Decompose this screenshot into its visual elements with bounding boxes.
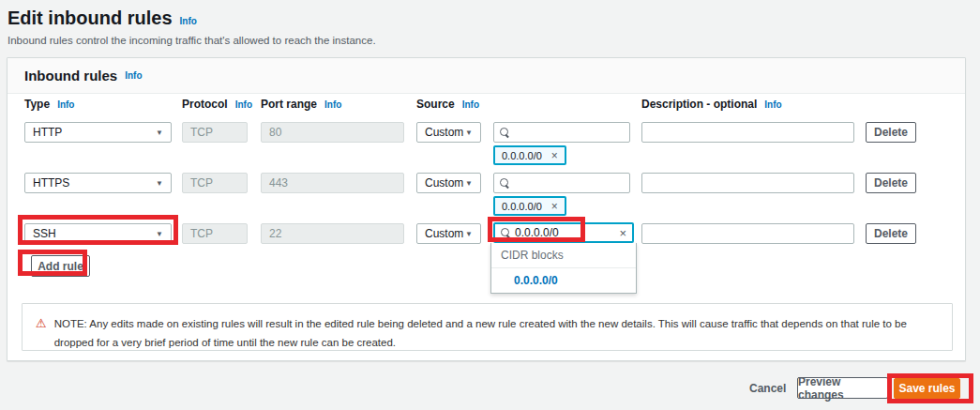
- remove-tag-icon[interactable]: ×: [551, 201, 558, 212]
- protocol-field-row3: TCP: [182, 223, 248, 244]
- dropdown-option-cidr[interactable]: 0.0.0.0/0: [491, 268, 636, 293]
- type-info-link[interactable]: Info: [57, 99, 74, 110]
- source-info-link[interactable]: Info: [462, 99, 479, 110]
- save-rules-button[interactable]: Save rules: [894, 378, 960, 399]
- protocol-info-link[interactable]: Info: [235, 99, 252, 110]
- column-header-port-range: Port rangeInfo: [261, 98, 341, 111]
- page-title: Edit inbound rules: [8, 8, 173, 29]
- panel-title: Inbound rules: [24, 68, 117, 84]
- port-range-field-row3: 22: [261, 223, 404, 244]
- chevron-down-icon: ▼: [156, 129, 163, 137]
- delete-rule-button-row3[interactable]: Delete: [866, 223, 916, 244]
- type-select-http[interactable]: HTTP ▼: [24, 122, 172, 143]
- description-input-row3[interactable]: [641, 223, 854, 244]
- source-cidr-tag-row2: 0.0.0.0/0 ×: [493, 196, 566, 216]
- source-search-row1[interactable]: [493, 122, 630, 143]
- note-box: ⚠ NOTE: Any edits made on existing rules…: [22, 303, 953, 351]
- chevron-down-icon: ▼: [465, 230, 473, 238]
- source-mode-select-row2[interactable]: Custom ▼: [416, 173, 481, 193]
- page-title-info-link[interactable]: Info: [180, 16, 197, 26]
- inbound-rules-panel: Inbound rules Info TypeInfo ProtocolInfo…: [7, 57, 966, 361]
- protocol-field-row1: TCP: [182, 122, 248, 143]
- port-range-info-link[interactable]: Info: [324, 99, 341, 110]
- column-header-description: Description - optionalInfo: [641, 98, 782, 111]
- description-input-row1[interactable]: [641, 122, 854, 143]
- search-icon: [500, 178, 509, 188]
- chevron-down-icon: ▼: [156, 179, 163, 188]
- panel-header: Inbound rules Info: [8, 58, 965, 94]
- search-icon: [500, 128, 509, 137]
- add-rule-button[interactable]: Add rule: [31, 255, 90, 277]
- source-suggestion-dropdown: CIDR blocks 0.0.0.0/0: [490, 243, 637, 294]
- source-search-row2[interactable]: [493, 173, 630, 193]
- source-search-input-row2[interactable]: [514, 176, 624, 190]
- port-range-field-row1: 80: [261, 122, 404, 143]
- chevron-down-icon: ▼: [465, 179, 473, 188]
- clear-input-icon[interactable]: ×: [619, 227, 626, 239]
- cancel-button[interactable]: Cancel: [749, 382, 786, 395]
- type-select-ssh[interactable]: SSH ▼: [24, 223, 172, 244]
- source-search-input-row1[interactable]: [514, 126, 624, 139]
- remove-tag-icon[interactable]: ×: [551, 150, 558, 161]
- note-text: NOTE: Any edits made on existing rules w…: [54, 315, 939, 339]
- preview-changes-button[interactable]: Preview changes: [797, 377, 888, 399]
- source-mode-select-row1[interactable]: Custom ▼: [416, 122, 481, 143]
- source-cidr-tag-row1: 0.0.0.0/0 ×: [493, 145, 566, 165]
- column-header-protocol: ProtocolInfo: [182, 98, 252, 111]
- chevron-down-icon: ▼: [156, 230, 163, 238]
- protocol-field-row2: TCP: [182, 173, 248, 193]
- page-subtitle: Inbound rules control the incoming traff…: [8, 35, 376, 46]
- delete-rule-button-row2[interactable]: Delete: [866, 173, 916, 193]
- warning-icon: ⚠: [36, 315, 47, 339]
- panel-title-info-link[interactable]: Info: [125, 70, 142, 81]
- delete-rule-button-row1[interactable]: Delete: [866, 122, 916, 143]
- column-header-type: TypeInfo: [24, 98, 74, 111]
- description-input-row2[interactable]: [641, 173, 854, 193]
- source-mode-select-row3[interactable]: Custom ▼: [416, 223, 481, 244]
- source-search-input-row3[interactable]: [515, 226, 614, 239]
- dropdown-group-label: CIDR blocks: [491, 243, 636, 268]
- column-header-source: SourceInfo: [416, 98, 479, 111]
- description-info-link[interactable]: Info: [764, 99, 781, 110]
- source-search-row3[interactable]: ×: [493, 222, 634, 243]
- port-range-field-row2: 443: [261, 173, 404, 193]
- type-select-https[interactable]: HTTPS ▼: [24, 173, 172, 193]
- chevron-down-icon: ▼: [465, 129, 473, 137]
- search-icon: [501, 228, 510, 237]
